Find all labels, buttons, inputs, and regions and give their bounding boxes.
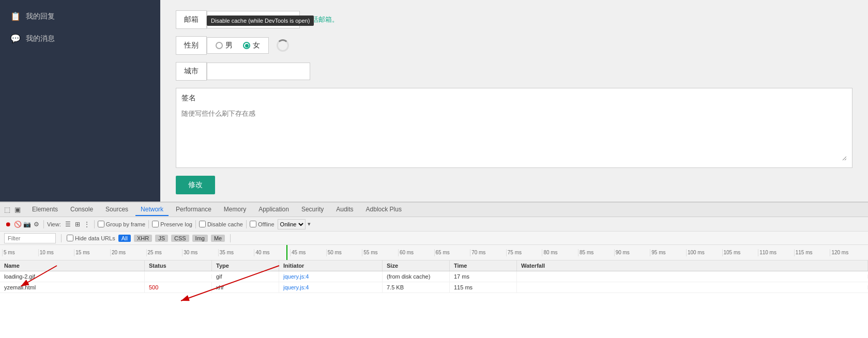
devtools-filter-row: Hide data URLs All XHR JS CSS Img Me Dis… bbox=[0, 232, 868, 245]
group-by-frame-label[interactable]: Group by frame bbox=[98, 221, 145, 227]
timeline-tick: 115 ms bbox=[794, 249, 830, 256]
tree-view-icon[interactable]: ⋮ bbox=[83, 220, 91, 228]
type-all[interactable]: All bbox=[118, 235, 131, 242]
type-img[interactable]: Img bbox=[192, 235, 208, 242]
network-table: Name Status Type Initiator Size Time Wat… bbox=[0, 260, 868, 338]
timeline-tick: 70 ms bbox=[470, 249, 506, 256]
tab-memory[interactable]: Memory bbox=[219, 204, 251, 216]
hide-data-urls-checkbox[interactable] bbox=[67, 235, 73, 241]
reply-icon: 📋 bbox=[10, 11, 21, 21]
disable-cache-checkbox[interactable] bbox=[199, 221, 206, 227]
gender-male-option[interactable]: 男 bbox=[216, 41, 233, 50]
message-icon: 💬 bbox=[10, 34, 21, 43]
tab-security[interactable]: Security bbox=[296, 204, 329, 216]
toolbar-sep-1 bbox=[43, 220, 44, 228]
hide-data-urls-text: Hide data URLs bbox=[75, 235, 115, 241]
throttle-dropdown-icon[interactable]: ▾ bbox=[308, 221, 311, 227]
type-me[interactable]: Me bbox=[211, 235, 225, 242]
td-type: xhr bbox=[212, 282, 279, 293]
tab-performance[interactable]: Performance bbox=[171, 204, 217, 216]
sidebar-item-label: 我的回复 bbox=[26, 12, 55, 21]
td-initiator[interactable]: jquery.js:4 bbox=[279, 282, 383, 293]
table-row[interactable]: yzemail.html 500 xhr jquery.js:4 7.5 KB … bbox=[0, 282, 868, 293]
timeline-tick: 85 ms bbox=[578, 249, 614, 256]
type-js[interactable]: JS bbox=[155, 235, 168, 242]
type-xhr[interactable]: XHR bbox=[134, 235, 152, 242]
preserve-log-label[interactable]: Preserve log bbox=[152, 221, 192, 227]
tab-audits[interactable]: Audits bbox=[331, 204, 358, 216]
filter-icon[interactable]: ⚙ bbox=[32, 220, 40, 228]
table-row[interactable]: loading-2.gif gif jquery.js:4 (from disk… bbox=[0, 271, 868, 282]
sidebar-item-label: 我的消息 bbox=[26, 34, 55, 43]
timeline-tick: 110 ms bbox=[758, 249, 794, 256]
signature-box: 签名 bbox=[176, 88, 852, 168]
disable-cache-text: Disable cache bbox=[207, 221, 243, 227]
gender-label: 性别 bbox=[176, 36, 207, 55]
devtools-icon-1[interactable]: ⬚ bbox=[4, 206, 10, 213]
city-input[interactable] bbox=[207, 63, 310, 80]
gender-female-option[interactable]: 女 bbox=[243, 41, 260, 50]
td-size: 7.5 KB bbox=[383, 282, 450, 293]
group-by-frame-checkbox[interactable] bbox=[98, 221, 104, 227]
timeline-ticks: 5 ms10 ms15 ms20 ms25 ms30 ms35 ms40 ms4… bbox=[2, 249, 866, 256]
gender-female-label: 女 bbox=[253, 41, 260, 50]
list-view-icon[interactable]: ☰ bbox=[64, 220, 72, 228]
submit-button[interactable]: 修改 bbox=[176, 176, 215, 194]
devtools-tabs: ⬚ ▣ Elements Console Sources Network Per… bbox=[0, 203, 868, 217]
gender-options: 男 女 bbox=[207, 37, 269, 54]
gender-male-label: 男 bbox=[225, 41, 233, 50]
td-name: loading-2.gif bbox=[0, 271, 145, 282]
type-css[interactable]: CSS bbox=[171, 235, 189, 242]
preserve-log-text: Preserve log bbox=[160, 221, 192, 227]
tab-console[interactable]: Console bbox=[65, 204, 98, 216]
sidebar: 📋 我的回复 💬 我的消息 bbox=[0, 0, 160, 202]
gender-male-radio[interactable] bbox=[216, 42, 223, 49]
clear-icon[interactable]: 🚫 bbox=[13, 220, 22, 228]
td-waterfall bbox=[517, 274, 868, 279]
offline-checkbox[interactable] bbox=[250, 221, 256, 227]
td-status: 500 bbox=[145, 282, 212, 293]
view-label: View: bbox=[47, 221, 61, 227]
td-initiator[interactable]: jquery.js:4 bbox=[279, 271, 383, 282]
td-size: (from disk cache) bbox=[383, 271, 450, 282]
devtools-icon-2[interactable]: ▣ bbox=[14, 206, 21, 213]
toolbar-sep-2 bbox=[94, 220, 95, 228]
city-row: 城市 bbox=[176, 62, 852, 81]
signature-textarea[interactable] bbox=[181, 109, 847, 161]
sidebar-item-my-messages[interactable]: 💬 我的消息 bbox=[0, 27, 160, 50]
network-filter-input[interactable] bbox=[4, 233, 56, 243]
toolbar-sep-3 bbox=[148, 220, 149, 228]
sidebar-item-my-replies[interactable]: 📋 我的回复 bbox=[0, 5, 160, 27]
th-waterfall: Waterfall bbox=[517, 260, 868, 271]
camera-icon[interactable]: 📷 bbox=[23, 220, 31, 228]
hide-data-urls-label[interactable]: Hide data URLs bbox=[67, 235, 115, 241]
td-type: gif bbox=[212, 271, 279, 282]
signature-title: 签名 bbox=[181, 94, 847, 105]
tab-adblock[interactable]: Adblock Plus bbox=[361, 204, 407, 216]
timeline-tick: 80 ms bbox=[542, 249, 578, 256]
tab-network[interactable]: Network bbox=[135, 204, 169, 216]
timeline-tick: 50 ms bbox=[326, 249, 362, 256]
city-label: 城市 bbox=[176, 62, 207, 81]
th-status: Status bbox=[145, 260, 212, 271]
table-header: Name Status Type Initiator Size Time Wat… bbox=[0, 260, 868, 271]
timeline-tick: 105 ms bbox=[722, 249, 758, 256]
tab-elements[interactable]: Elements bbox=[27, 204, 63, 216]
network-throttle-select[interactable]: Online bbox=[278, 219, 306, 229]
record-icon[interactable]: ⏺ bbox=[4, 220, 12, 228]
timeline-tick: 5 ms bbox=[2, 249, 38, 256]
offline-label[interactable]: Offline bbox=[250, 221, 275, 227]
type-sep bbox=[230, 234, 231, 242]
radio-inner bbox=[245, 44, 249, 48]
tab-application[interactable]: Application bbox=[253, 204, 294, 216]
timeline-tick: 100 ms bbox=[686, 249, 722, 256]
preserve-log-checkbox[interactable] bbox=[152, 221, 159, 227]
disable-cache-label[interactable]: Disable cache bbox=[199, 221, 243, 227]
timeline-tick: 20 ms bbox=[110, 249, 146, 256]
grid-view-icon[interactable]: ⊞ bbox=[73, 220, 82, 228]
timeline-tick: 45 ms bbox=[290, 249, 326, 256]
network-rows: loading-2.gif gif jquery.js:4 (from disk… bbox=[0, 271, 868, 293]
th-initiator: Initiator bbox=[279, 260, 383, 271]
gender-female-radio[interactable] bbox=[243, 42, 250, 49]
tab-sources[interactable]: Sources bbox=[100, 204, 133, 216]
